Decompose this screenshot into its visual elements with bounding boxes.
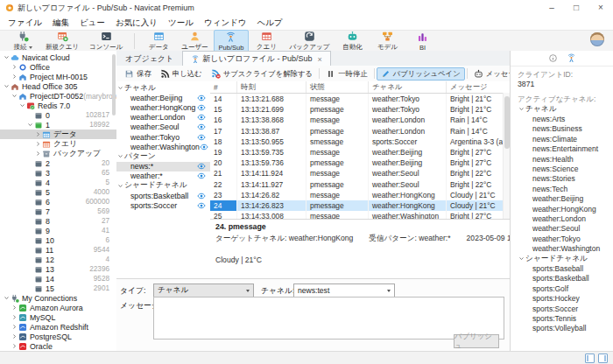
toolbar-users-button[interactable]: ユーザー (176, 29, 213, 53)
tree-item-5[interactable]: 54000 (0, 187, 116, 197)
tree-item-11[interactable]: 119544 (0, 245, 116, 255)
active-channel-item[interactable]: weather:Beijing (518, 194, 613, 204)
menu-item-0[interactable]: ファイル (3, 16, 47, 30)
tree-item-office[interactable]: Office (0, 62, 116, 72)
tree-item-head-office-305[interactable]: Head Office 305 (0, 81, 116, 91)
tree-item-6[interactable]: 6600000 (0, 197, 116, 206)
tree-item-10[interactable]: 106 (0, 235, 116, 245)
table-row[interactable]: 1813:13:50.955smessagesports:SoccerArgen… (210, 136, 511, 147)
tree-item-15[interactable]: 152901 (0, 284, 116, 293)
tree-item-redis-7-0[interactable]: Redis 7.0 (0, 101, 116, 110)
chevron-right-icon[interactable] (34, 141, 42, 147)
tree-item-project-mh-0015[interactable]: Project MH-0015 (0, 72, 116, 81)
save-button[interactable]: 保存 (120, 67, 156, 80)
active-channel-item[interactable]: news:Stories (518, 174, 613, 184)
tree-item-12[interactable]: 124 (0, 255, 116, 264)
active-channel-item[interactable]: sports:Basketball (518, 274, 613, 284)
chevron-down-icon[interactable] (26, 122, 34, 128)
tree-item-8[interactable]: 827 (0, 216, 116, 226)
subscribe-button[interactable]: 申し込む (156, 67, 207, 80)
tree-item-mysql[interactable]: MySQL (0, 312, 116, 322)
chevron-right-icon[interactable] (11, 324, 18, 330)
table-row[interactable]: 2213:14:11.927pmessageweather:SeoulBrigh… (210, 179, 511, 190)
active-channel-item[interactable]: news:Entertainment (518, 144, 613, 154)
table-row[interactable]: 1913:13:59.735messageweather:BeijingBrig… (210, 147, 511, 158)
active-channel-item[interactable]: sports:Tennis (518, 313, 613, 323)
active-channel-item[interactable]: sports:Golf (518, 284, 613, 293)
tree-item-amazon-redshift[interactable]: Amazon Redshift (0, 322, 116, 332)
chevron-right-icon[interactable] (11, 64, 18, 70)
channel-select[interactable]: news:test (293, 284, 395, 298)
active-channel-section-header[interactable]: シャードチャネル (518, 254, 613, 263)
active-channel-item[interactable]: weather:HongKong (518, 204, 613, 214)
chevron-down-icon[interactable] (3, 83, 11, 89)
tree-item-14[interactable]: 149528 (0, 274, 116, 284)
chevron-right-icon[interactable] (11, 343, 18, 349)
table-row[interactable]: 2513:14:33.008messageweather:WashingtonB… (210, 211, 511, 219)
chevron-right-icon[interactable] (34, 150, 42, 157)
chevron-down-icon[interactable] (11, 93, 18, 99)
tree-item-1[interactable]: 118992 (0, 120, 116, 130)
tab-close-icon[interactable]: × (317, 55, 321, 64)
tree-item-my-connections[interactable]: My Connections (0, 293, 116, 303)
publish-pane-button[interactable]: パブリッシュペイン (377, 67, 465, 80)
chevron-right-icon[interactable] (11, 314, 18, 320)
menu-item-3[interactable]: お気に入り (110, 16, 163, 30)
type-select[interactable]: チャネル (153, 284, 254, 298)
toolbar-query-button[interactable]: クエリ (249, 29, 284, 53)
publish-button[interactable]: パブリッシュ (454, 334, 499, 348)
chevron-right-icon[interactable] (34, 131, 42, 137)
active-channel-section-header[interactable]: チャネル (518, 104, 613, 114)
toolbar-console-button[interactable]: コンソール (84, 29, 128, 53)
close-button[interactable]: × (588, 0, 613, 16)
channel-item[interactable]: sports:Soccer (116, 200, 210, 210)
chevron-right-icon[interactable] (11, 304, 18, 311)
column-header-3[interactable]: チャネル (369, 81, 447, 93)
tree-item-postgresql[interactable]: PostgreSQL (0, 332, 116, 341)
tree-item-projectdt-0052[interactable]: ProjectDT-0052 (marybrown@g (0, 91, 116, 101)
antenna-icon[interactable] (567, 53, 576, 63)
user-avatar[interactable] (590, 32, 604, 46)
tree-item-2[interactable]: 220 (0, 158, 116, 168)
tab-objects[interactable]: オブジェクト (116, 51, 182, 66)
tab-pubsub-profile[interactable]: 新しいプロファイル - Pub/Sub × (182, 51, 330, 66)
active-channel-item[interactable]: weather:Seoul (518, 224, 613, 234)
chevron-down-icon[interactable] (3, 54, 11, 60)
table-row[interactable]: 2313:14:26.82messageweather:HongKongClou… (210, 190, 511, 200)
column-header-1[interactable]: 時刻 (237, 81, 306, 93)
toolbar-data-button[interactable]: データ (141, 29, 176, 53)
chevron-down-icon[interactable] (18, 102, 26, 108)
channel-section-header[interactable]: シャードチャネル (116, 181, 210, 191)
tree-item-13[interactable]: 1322396 (0, 264, 116, 274)
info-icon[interactable] (548, 53, 558, 63)
pause-button[interactable]: 一時停止 (321, 67, 372, 80)
tree-item-0[interactable]: 0102817 (0, 110, 116, 120)
minimize-button[interactable]: – (539, 0, 564, 16)
channel-item[interactable]: weather:Seoul (116, 122, 210, 132)
channel-section-header[interactable]: チャネル (116, 83, 210, 93)
toolbar-automation-button[interactable]: 自動化 (335, 29, 370, 53)
tree-item-navicat-cloud[interactable]: Navicat Cloud (0, 52, 116, 62)
menu-item-4[interactable]: ツール (163, 16, 199, 30)
channel-section-header[interactable]: パターン (116, 151, 210, 161)
tree-item--[interactable]: バックアップ (0, 149, 116, 158)
active-channel-item[interactable]: weather:Washington (518, 243, 613, 253)
toolbar-backup-button[interactable]: バックアップ (284, 29, 335, 53)
tree-item-3[interactable]: 365 (0, 168, 116, 178)
active-channel-item[interactable]: sports:Volleyball (518, 324, 613, 333)
maximize-button[interactable]: □ (564, 0, 588, 16)
unsubscribe-button[interactable]: サブスクライブを解除する (207, 67, 317, 80)
channel-item[interactable]: weather:London (116, 113, 210, 122)
tree-item-4[interactable]: 45 (0, 178, 116, 187)
tree-item--[interactable]: クエリ (0, 139, 116, 149)
channel-item[interactable]: weather:HongKong (116, 102, 210, 112)
tree-item-9[interactable]: 941 (0, 226, 116, 235)
channel-item[interactable]: weather:Washington (116, 142, 210, 151)
active-channel-item[interactable]: weather:London (518, 214, 613, 223)
chevron-right-icon[interactable] (11, 333, 18, 340)
column-header-2[interactable]: 状態 (306, 81, 369, 93)
channel-item[interactable]: weather:* (116, 172, 210, 181)
tree-item-oracle[interactable]: Oracle (0, 341, 116, 351)
message-input[interactable] (153, 297, 504, 340)
active-channel-item[interactable]: sports:Baseball (518, 263, 613, 273)
